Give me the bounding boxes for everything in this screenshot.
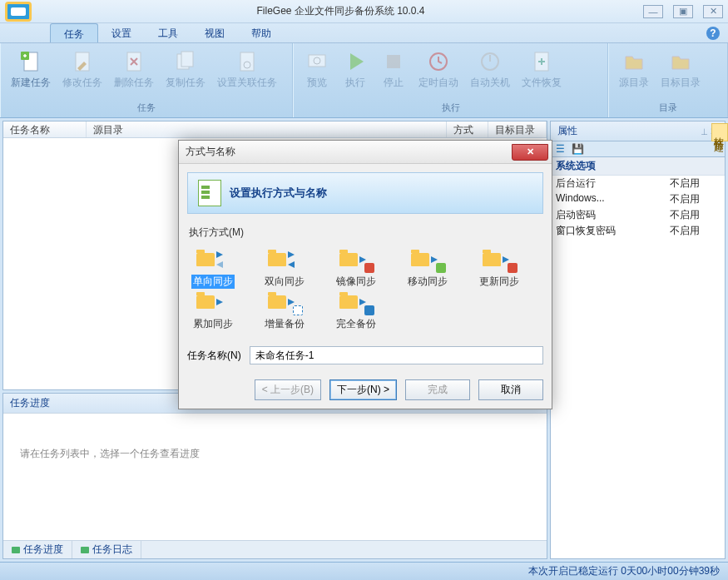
window-controls: — ▣ ✕ [643, 5, 723, 18]
side-tab[interactable]: 软件情趣 [711, 123, 728, 141]
mode-incremental-backup[interactable]: 增量备份 [260, 290, 309, 331]
tab-task[interactable]: 任务 [50, 23, 98, 42]
svg-rect-8 [309, 55, 325, 67]
finish-button[interactable]: 完成 [405, 379, 470, 400]
preview-button[interactable]: 预览 [299, 47, 335, 88]
execute-button[interactable]: 执行 [337, 47, 374, 88]
status-bar: 本次开启已稳定运行 0天00小时00分钟39秒 [0, 562, 728, 580]
list-icon[interactable]: ☰ [556, 143, 565, 155]
schedule-button[interactable]: 定时自动 [414, 47, 463, 88]
properties-section: 系统选项 [551, 157, 725, 176]
help-icon[interactable]: ? [706, 27, 720, 40]
tab-help[interactable]: 帮助 [238, 23, 285, 42]
mode-move-sync[interactable]: 移动同步 [404, 248, 452, 289]
mode-label: 执行方式(M) [189, 226, 543, 240]
mode-two-way-sync[interactable]: 双向同步 [260, 248, 309, 289]
svg-rect-10 [387, 55, 400, 68]
mode-mirror-sync[interactable]: 镜像同步 [332, 248, 380, 289]
status-text: 本次开启已稳定运行 0天00小时00分钟39秒 [528, 564, 720, 578]
col-task-name[interactable]: 任务名称 [3, 121, 87, 137]
banner-icon [198, 180, 221, 206]
mode-one-way-sync[interactable]: 单向同步 [189, 248, 237, 289]
task-name-input[interactable] [250, 346, 543, 364]
cancel-button[interactable]: 取消 [478, 379, 543, 400]
delete-task-button[interactable]: 删除任务 [109, 47, 159, 88]
tab-tools[interactable]: 工具 [145, 23, 191, 42]
svg-rect-5 [181, 52, 193, 67]
ribbon-group-task-title: 任务 [6, 100, 287, 116]
mode-full-backup[interactable]: 完全备份 [332, 290, 380, 331]
dialog-close-button[interactable]: ✕ [512, 144, 548, 161]
wizard-dialog: 方式与名称 ✕ 设置执行方式与名称 执行方式(M) 单向同步 双向同步 镜像同步 [178, 140, 552, 409]
properties-panel: 属性 ⟂ ✕ ☰ 💾 系统选项 后台运行不启用 Windows...不启用 启动… [550, 121, 726, 559]
save-icon[interactable]: 💾 [572, 143, 584, 155]
autoshutdown-button[interactable]: 自动关机 [465, 47, 515, 88]
dialog-banner: 设置执行方式与名称 [187, 172, 543, 214]
task-list-header: 任务名称 源目录 方式 目标目录 [3, 121, 547, 138]
properties-toolbar: ☰ 💾 [550, 141, 726, 156]
minimize-button[interactable]: — [643, 5, 663, 18]
col-target[interactable]: 目标目录 [488, 121, 547, 137]
prop-row[interactable]: 启动密码不启用 [551, 207, 725, 223]
target-dir-button[interactable]: 目标目录 [656, 47, 706, 88]
tab-settings[interactable]: 设置 [98, 23, 145, 42]
close-button[interactable]: ✕ [703, 5, 723, 18]
col-source[interactable]: 源目录 [87, 121, 447, 137]
ribbon-group-exec: 预览 执行 停止 定时自动 自动关机 文件恢复 执行 [293, 43, 607, 117]
restore-button[interactable]: 文件恢复 [517, 47, 567, 88]
copy-task-button[interactable]: 复制任务 [161, 47, 210, 88]
title-bar: FileGee 企业文件同步备份系统 10.0.4 — ▣ ✕ [0, 0, 728, 23]
progress-tabs: 任务进度 任务日志 [3, 540, 547, 558]
source-dir-button[interactable]: 源目录 [614, 47, 654, 88]
ribbon-group-dir: 源目录 目标目录 目录 [608, 43, 728, 117]
mode-accumulate-sync[interactable]: 累加同步 [189, 290, 237, 331]
properties-title: 属性 [557, 124, 577, 138]
window-title: FileGee 企业文件同步备份系统 10.0.4 [38, 4, 643, 18]
prop-row[interactable]: Windows...不启用 [551, 191, 725, 207]
back-button[interactable]: < 上一步(B) [255, 379, 321, 400]
progress-placeholder: 请在任务列表中，选择一个任务查看进度 [3, 414, 547, 540]
mode-grid: 单向同步 双向同步 镜像同步 移动同步 更新同步 累加同步 [187, 245, 543, 335]
ribbon-group-dir-title: 目录 [614, 100, 722, 116]
banner-text: 设置执行方式与名称 [230, 186, 327, 201]
tab-view[interactable]: 视图 [191, 23, 238, 42]
stop-button[interactable]: 停止 [375, 47, 412, 88]
next-button[interactable]: 下一步(N) > [329, 379, 397, 400]
tab-task-progress[interactable]: 任务进度 [3, 541, 72, 558]
new-task-button[interactable]: 新建任务 [6, 47, 56, 88]
prop-row[interactable]: 窗口恢复密码不启用 [551, 223, 725, 239]
task-name-label: 任务名称(N) [187, 349, 241, 363]
mode-update-sync[interactable]: 更新同步 [475, 248, 523, 289]
tab-task-log[interactable]: 任务日志 [72, 541, 141, 558]
maximize-button[interactable]: ▣ [673, 5, 693, 18]
edit-task-button[interactable]: 修改任务 [57, 47, 107, 88]
ribbon-group-task: 新建任务 修改任务 删除任务 复制任务 设置关联任务 任务 [0, 43, 293, 117]
dialog-titlebar[interactable]: 方式与名称 ✕ [179, 141, 552, 164]
ribbon-group-exec-title: 执行 [299, 100, 602, 116]
menu-bar: 任务 设置 工具 视图 帮助 ? [0, 23, 728, 43]
app-icon [5, 2, 32, 22]
progress-pane: 任务进度 请在任务列表中，选择一个任务查看进度 任务进度 任务日志 [2, 393, 547, 559]
dialog-buttons: < 上一步(B) 下一步(N) > 完成 取消 [179, 373, 552, 409]
col-mode[interactable]: 方式 [447, 121, 488, 137]
dialog-title: 方式与名称 [186, 145, 512, 159]
ribbon: 新建任务 修改任务 删除任务 复制任务 设置关联任务 任务 预览 执行 停止 定… [0, 43, 728, 118]
link-task-button[interactable]: 设置关联任务 [212, 47, 282, 88]
prop-row[interactable]: 后台运行不启用 [551, 176, 725, 191]
